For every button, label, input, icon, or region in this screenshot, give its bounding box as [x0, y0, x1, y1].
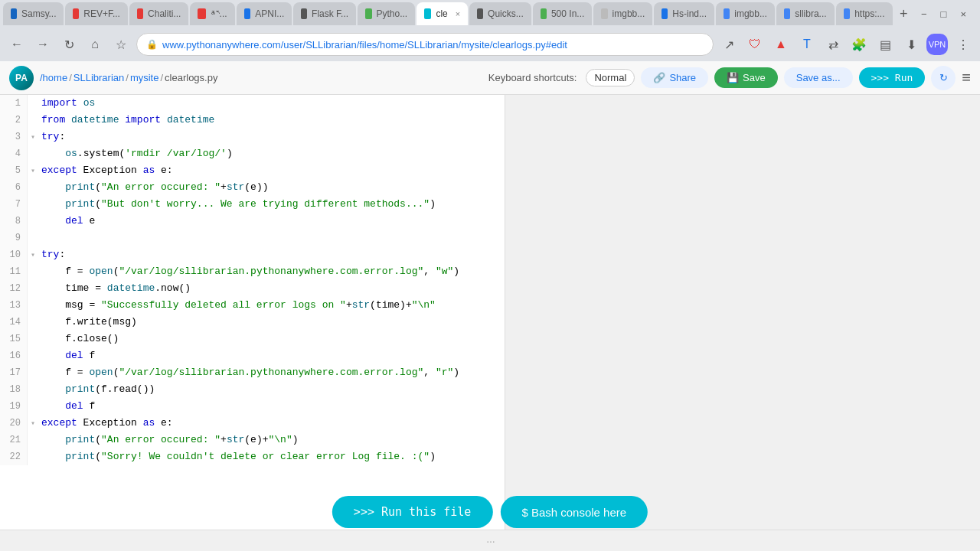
table-row: 9	[0, 230, 505, 246]
fold-gutter	[28, 112, 38, 129]
maximize-button[interactable]: □	[936, 7, 952, 21]
pa-logo: PA	[9, 66, 34, 90]
bottom-action-bar: >>> Run this file $ Bash console here	[332, 496, 648, 528]
forward-button[interactable]: →	[32, 34, 54, 55]
extension-translate-icon[interactable]: T	[796, 34, 818, 55]
reload-button[interactable]: ↻	[58, 34, 80, 55]
tab-imgb[interactable]: imgbb...	[593, 2, 652, 25]
code-panel[interactable]: 1import os2from datetime import datetime…	[0, 95, 505, 530]
breadcrumb-user[interactable]: SLLibrarian	[74, 72, 125, 83]
fold-gutter	[28, 331, 38, 347]
bookmark-button[interactable]: ☆	[110, 34, 132, 55]
bash-console-button[interactable]: $ Bash console here	[500, 496, 648, 528]
tab-favicon-yt2	[198, 8, 205, 19]
breadcrumb: /home/SLLibrarian/mysite/clearlogs.py	[40, 72, 217, 83]
tab-pytho[interactable]: Pytho...	[358, 2, 415, 25]
vpn-icon[interactable]: VPN	[926, 34, 948, 55]
line-number: 4	[0, 145, 28, 162]
close-tab-icon[interactable]: ×	[456, 9, 460, 18]
breadcrumb-filename: clearlogs.py	[165, 72, 217, 83]
share-browser-icon[interactable]: ↗	[718, 34, 740, 55]
tab-sllib[interactable]: sllibra...	[776, 2, 835, 25]
tab-https[interactable]: https:...	[836, 2, 893, 25]
breadcrumb-home[interactable]: /home	[40, 72, 67, 83]
table-row: 14 f.write(msg)	[0, 314, 505, 331]
line-number: 2	[0, 112, 28, 129]
table-row: 2from datetime import datetime	[0, 112, 505, 129]
run-this-file-button[interactable]: >>> Run this file	[332, 496, 493, 528]
run-button[interactable]: >>> Run	[859, 67, 926, 88]
fold-gutter	[28, 95, 38, 112]
tab-favicon-sllib	[784, 8, 790, 19]
browser-toolbar-right: ↗ 🛡 ▲ T ⇄ 🧩 ▤ ⬇ VPN ⋮	[718, 34, 974, 55]
extension-triangle-icon[interactable]: ▲	[770, 34, 792, 55]
menu-button[interactable]: ≡	[962, 69, 971, 86]
fold-gutter	[28, 381, 38, 398]
tab-favicon-apni	[244, 8, 251, 19]
tab-flask[interactable]: Flask F...	[293, 2, 356, 25]
breadcrumb-mysite[interactable]: mysite	[130, 72, 159, 83]
tab-favicon-hsin	[662, 8, 668, 19]
fold-gutter	[28, 448, 38, 465]
drag-handle[interactable]: · · ·	[486, 535, 493, 547]
line-number: 14	[0, 314, 28, 331]
table-row: 4 os.system('rmdir /var/log/')	[0, 145, 505, 162]
extension-swap-icon[interactable]: ⇄	[822, 34, 844, 55]
tab-cle[interactable]: cle ×	[416, 2, 468, 25]
close-window-button[interactable]: ×	[956, 7, 971, 21]
tab-yt2[interactable]: ཆར...	[190, 2, 234, 25]
table-row: 18 print(f.read())	[0, 381, 505, 398]
keyboard-mode-select[interactable]: Normal Vim Emacs	[586, 69, 635, 86]
extension-shield-icon[interactable]: 🛡	[744, 34, 766, 55]
line-number: 6	[0, 179, 28, 196]
table-row: 3▾try:	[0, 129, 505, 145]
fold-gutter[interactable]: ▾	[28, 246, 38, 263]
line-number: 21	[0, 432, 28, 448]
line-number: 19	[0, 398, 28, 415]
line-number: 7	[0, 196, 28, 213]
save-icon: 💾	[727, 72, 739, 83]
tab-rev[interactable]: REV+F...	[65, 2, 127, 25]
back-button[interactable]: ←	[6, 34, 28, 55]
tab-sams[interactable]: Samsу...	[3, 2, 64, 25]
fold-gutter	[28, 347, 38, 364]
keyboard-shortcuts-label: Keyboard shortcuts:	[488, 72, 577, 83]
tab-favicon-flask	[301, 8, 307, 19]
tab-chali[interactable]: Chaliti...	[129, 2, 189, 25]
line-content: except Exception as e:	[38, 162, 505, 179]
new-tab-button[interactable]: +	[894, 3, 913, 24]
minimize-button[interactable]: −	[916, 7, 932, 21]
tab-apni[interactable]: APNI...	[237, 2, 292, 25]
tab-hsin[interactable]: Hs-ind...	[654, 2, 714, 25]
table-row: 21 print("An error occured: "+str(e)+"\n…	[0, 432, 505, 448]
line-number: 12	[0, 280, 28, 297]
fold-gutter[interactable]: ▾	[28, 162, 38, 179]
tab-label-chali: Chaliti...	[148, 8, 181, 19]
line-content: print(f.read())	[38, 381, 505, 398]
share-button[interactable]: 🔗 Share	[641, 67, 708, 88]
chrome-menu-icon[interactable]: ⋮	[952, 34, 974, 55]
home-button[interactable]: ⌂	[84, 34, 106, 55]
table-row: 6 print("An error occured: "+str(e))	[0, 179, 505, 196]
line-content: del f	[38, 347, 505, 364]
tab-gi[interactable]: imgbb...	[716, 2, 775, 25]
line-content: print("Sorry! We couldn't delete or clea…	[38, 448, 505, 465]
refresh-button[interactable]: ↻	[931, 66, 956, 90]
tab-label-cle: cle	[436, 8, 447, 19]
fold-gutter[interactable]: ▾	[28, 129, 38, 145]
status-bar: · · ·	[0, 530, 980, 551]
tab-quick[interactable]: Quicks...	[469, 2, 531, 25]
tab-500i[interactable]: 500 In...	[533, 2, 593, 25]
line-content: del f	[38, 398, 505, 415]
save-as-button[interactable]: Save as...	[784, 67, 853, 88]
download-icon[interactable]: ⬇	[900, 34, 922, 55]
fold-gutter	[28, 263, 38, 280]
address-input[interactable]: 🔒 www.pythonanywhere.com/user/SLLibraria…	[136, 33, 714, 56]
extensions-button[interactable]: 🧩	[848, 34, 870, 55]
tab-favicon-https	[844, 8, 851, 19]
fold-gutter[interactable]: ▾	[28, 415, 38, 432]
save-button[interactable]: 💾 Save	[714, 67, 778, 88]
sidebar-toggle-icon[interactable]: ▤	[874, 34, 896, 55]
table-row: 7 print("But don't worry... We are tryin…	[0, 196, 505, 213]
line-content: import os	[38, 95, 505, 112]
